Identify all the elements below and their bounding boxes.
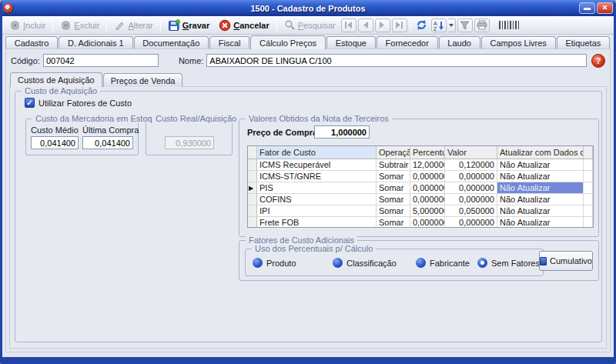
cell-percentual[interactable]: 0,000000 (410, 171, 445, 182)
radio-icon (253, 258, 263, 268)
grid-header-operacao[interactable]: Operação (377, 146, 410, 159)
cell-filler (584, 171, 593, 182)
gravar-button[interactable]: Gravar (164, 18, 213, 32)
tab-fornecedor[interactable]: Fornecedor (377, 36, 438, 49)
tab-etiquetas[interactable]: Etiquetas (557, 36, 610, 49)
cell-percentual[interactable]: 0,000000 (410, 194, 445, 205)
group-mercadoria-estoque: Custo da Mercadoria em Estoque Custo Méd… (25, 119, 139, 155)
cell-fator[interactable]: COFINS (257, 194, 377, 205)
cell-operacao[interactable]: Somar (377, 205, 410, 217)
cell-percentual[interactable]: 0,000000 (410, 182, 445, 194)
cell-filler (584, 159, 593, 171)
close-button[interactable]: ✕ (597, 2, 613, 14)
cell-percentual[interactable]: 5,000000 (410, 205, 445, 217)
filter-button[interactable] (457, 18, 473, 32)
ultima-compra-field[interactable] (82, 136, 133, 149)
cell-atualizar[interactable]: Não Atualizar (497, 205, 584, 217)
tab-documentacao[interactable]: Documentação (134, 36, 209, 49)
cell-percentual[interactable]: 12,000000 (410, 159, 445, 171)
cell-atualizar-selected[interactable]: Não Atualizar (497, 182, 584, 194)
cell-operacao[interactable]: Somar (377, 171, 410, 182)
radio-fabricante[interactable]: Fabricante (416, 258, 470, 268)
preco-compra-field[interactable] (314, 125, 370, 139)
cell-fator[interactable]: Frete FOB (257, 217, 377, 228)
pesquisar-button[interactable]: Pesquisar (280, 18, 340, 32)
tab-d-adicionais-1[interactable]: D. Adicionais 1 (59, 36, 132, 49)
nav-last-icon (395, 22, 403, 28)
radio-sem-fatores[interactable]: Sem Fatores (477, 258, 540, 268)
cell-valor[interactable]: 0,000000 (445, 217, 497, 228)
custos-aquisicao-page: Custo de Aquisição ✓ Utilizar Fatores de… (9, 86, 607, 349)
cell-fator[interactable]: ICMS Recuperável (257, 159, 377, 171)
nav-first-button[interactable] (341, 18, 357, 32)
print-button[interactable] (474, 18, 490, 32)
incluir-button[interactable]: Incluir (5, 18, 49, 32)
alterar-button[interactable]: Alterar (110, 18, 156, 32)
cell-operacao[interactable]: Somar (377, 217, 410, 228)
grid-header-valor[interactable]: Valor (445, 146, 497, 159)
cell-valor[interactable]: 0,000000 (445, 171, 497, 182)
radio-produto[interactable]: Produto (253, 258, 296, 268)
subtab-precos-venda[interactable]: Preços de Venda (103, 73, 183, 87)
nav-last-button[interactable] (392, 18, 407, 32)
radio-classificacao[interactable]: Classificação (333, 258, 397, 268)
tab-estoque[interactable]: Estoque (326, 36, 376, 49)
grid-header-filler (584, 146, 593, 159)
group-custo-aquisicao: Custo de Aquisição ✓ Utilizar Fatores de… (15, 91, 602, 342)
cell-operacao[interactable]: Somar (377, 182, 410, 194)
utilizar-fatores-checkbox[interactable]: ✓ (25, 98, 35, 108)
cell-operacao[interactable]: Somar (377, 194, 410, 205)
nome-field[interactable] (206, 54, 587, 67)
cell-valor[interactable]: 0,000000 (445, 194, 497, 205)
cell-operacao[interactable]: Subtrair (377, 159, 410, 171)
nav-next-button[interactable] (375, 18, 390, 32)
alterar-icon (114, 19, 126, 31)
codigo-field[interactable] (43, 54, 159, 67)
titlebar: 1500 - Cadastro de Produtos ▬ ✕ (0, 0, 616, 16)
cell-percentual[interactable]: 0,000000 (410, 217, 445, 228)
sort-dropdown-button[interactable] (448, 18, 456, 32)
cell-fator[interactable]: ICMS-ST/GNRE (257, 171, 377, 182)
cell-fator[interactable]: PIS (257, 182, 377, 194)
refresh-button[interactable] (414, 18, 430, 32)
tab-campos-livres[interactable]: Campos Livres (481, 36, 556, 49)
grid-row-pis: ▶ PIS Somar 0,000000 0,000000 Não Atuali… (248, 182, 593, 194)
grid-header-percentual[interactable]: Percentual (410, 146, 445, 159)
cell-valor[interactable]: 0,000000 (445, 182, 497, 194)
grid-header-atualizar[interactable]: Atualizar com Dados da Nota (497, 146, 584, 159)
tab-laudo[interactable]: Laudo (439, 36, 480, 49)
help-button[interactable]: ? (591, 54, 605, 68)
sort-button[interactable]: AZ (431, 18, 447, 32)
nav-next-icon (379, 22, 386, 28)
calculo-precos-page: Código: Nome: ? Custos de Aquisição Preç… (5, 48, 611, 352)
row-indicator-cell (248, 194, 257, 205)
cell-fator[interactable]: IPI (257, 205, 377, 217)
grid-header-fator[interactable]: Fator de Custo (257, 146, 377, 159)
excluir-button[interactable]: Excluir (56, 18, 103, 32)
tab-fiscal[interactable]: Fiscal (209, 36, 249, 49)
cell-filler (584, 194, 593, 205)
cell-valor[interactable]: 0,050000 (445, 205, 497, 217)
cell-filler (584, 217, 593, 228)
cell-atualizar[interactable]: Não Atualizar (497, 159, 584, 171)
tab-cadastro[interactable]: Cadastro (5, 36, 58, 49)
toolbar-separator (106, 19, 107, 32)
custo-real-field[interactable] (165, 136, 214, 149)
cell-atualizar[interactable]: Não Atualizar (497, 194, 584, 205)
utilizar-fatores-row: ✓ Utilizar Fatores de Custo (25, 98, 132, 108)
minimize-button[interactable]: ▬ (579, 2, 595, 14)
subtab-custos-aquisicao[interactable]: Custos de Aquisição (10, 72, 102, 87)
nav-prev-button[interactable] (358, 18, 373, 32)
sort-icon: AZ (434, 20, 444, 31)
toolbar-separator (276, 19, 277, 32)
cumulativo-button[interactable]: Cumulativo (539, 251, 593, 271)
cell-atualizar[interactable]: Não Atualizar (497, 217, 584, 228)
incluir-icon (9, 19, 21, 31)
cell-atualizar[interactable]: Não Atualizar (497, 171, 584, 182)
tab-calculo-precos[interactable]: Cálculo Preços (250, 35, 326, 49)
cell-filler (584, 205, 593, 217)
custo-medio-field[interactable] (31, 136, 79, 149)
cancelar-button[interactable]: Cancelar (215, 18, 273, 32)
cell-valor[interactable]: 0,120000 (445, 159, 497, 171)
filter-icon (460, 21, 470, 30)
